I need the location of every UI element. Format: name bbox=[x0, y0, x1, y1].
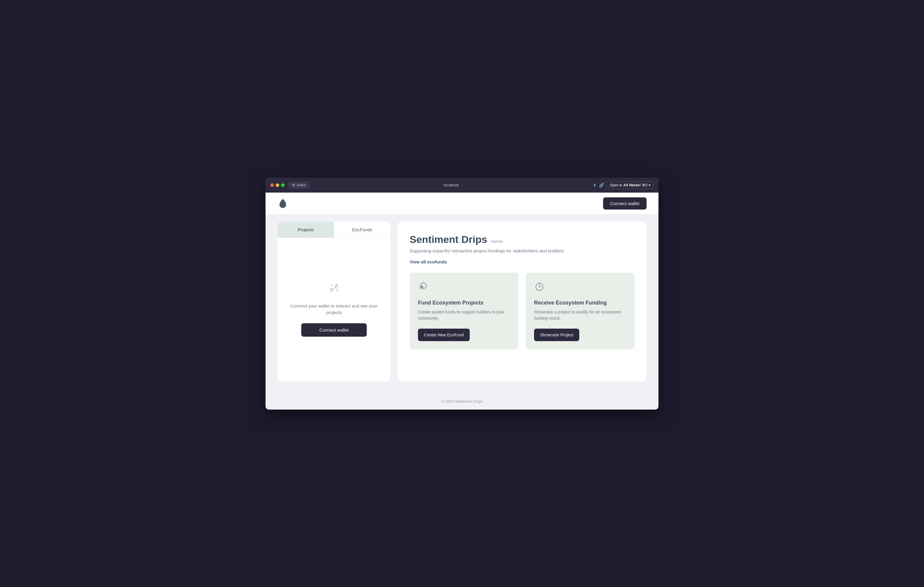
wand-icon bbox=[328, 282, 340, 297]
receive-card-title: Receive Ecosystem Funding bbox=[534, 300, 626, 306]
traffic-lights bbox=[270, 183, 285, 187]
open-in-shortcut: ⌘0 bbox=[642, 183, 647, 187]
right-panel: Sentiment Drips Home Supporting impactfu… bbox=[398, 222, 647, 381]
tab-label: Kelvx bbox=[297, 183, 306, 187]
create-ecofund-button[interactable]: Create New EcoFund bbox=[418, 329, 470, 341]
page-title-row: Sentiment Drips Home bbox=[409, 234, 635, 245]
svg-line-3 bbox=[337, 284, 338, 285]
browser-chrome: Kelvx localhost ⬆ 🔗 Open in All Hacks! ⌘… bbox=[266, 178, 658, 193]
link-icon[interactable]: 🔗 bbox=[599, 183, 604, 188]
footer: © 2023 Sentiment Drips bbox=[266, 393, 658, 410]
open-in-bold: All Hacks! bbox=[623, 183, 640, 187]
close-button[interactable] bbox=[270, 183, 274, 187]
page-subtitle: Supporting impactful retroactive project… bbox=[409, 248, 635, 253]
logo bbox=[277, 198, 288, 209]
svg-point-4 bbox=[332, 285, 333, 286]
tab-projects[interactable]: Projects bbox=[277, 222, 334, 237]
page-breadcrumb: Home bbox=[491, 239, 503, 244]
open-in-text: Open in bbox=[610, 183, 622, 187]
main-content: Projects EocFunds bbox=[266, 214, 658, 393]
svg-point-5 bbox=[337, 290, 337, 290]
browser-tab[interactable]: Kelvx bbox=[288, 181, 309, 189]
app-header: Connect wallet bbox=[266, 193, 658, 214]
footer-text: © 2023 Sentiment Drips bbox=[441, 399, 483, 404]
fund-card-title: Fund Ecosystem Projects bbox=[418, 300, 510, 306]
feature-cards: Fund Ecosystem Projects Create pooled fu… bbox=[409, 273, 635, 350]
showcase-project-button[interactable]: Showcase Project bbox=[534, 329, 579, 341]
svg-line-1 bbox=[337, 285, 338, 286]
fund-card-desc: Create pooled funds to support builders … bbox=[418, 309, 510, 322]
chevron-down-icon: ▾ bbox=[648, 183, 650, 187]
address-bar[interactable]: localhost bbox=[313, 183, 589, 187]
rocket-icon bbox=[418, 281, 510, 294]
svg-line-9 bbox=[420, 288, 422, 289]
logo-icon bbox=[277, 198, 288, 209]
fund-ecosystem-card: Fund Ecosystem Projects Create pooled fu… bbox=[409, 273, 518, 350]
svg-line-10 bbox=[420, 287, 421, 288]
wallet-prompt: Connect your wallet to interact and see … bbox=[286, 303, 382, 316]
left-panel: Projects EocFunds bbox=[277, 222, 391, 381]
connect-wallet-header-button[interactable]: Connect wallet bbox=[603, 197, 647, 209]
receive-funding-card: Receive Ecosystem Funding Showcase a pro… bbox=[526, 273, 635, 350]
connect-wallet-main-button[interactable]: Connect wallet bbox=[301, 323, 367, 337]
maximize-button[interactable] bbox=[281, 183, 285, 187]
browser-window: Kelvx localhost ⬆ 🔗 Open in All Hacks! ⌘… bbox=[266, 178, 658, 410]
svg-line-2 bbox=[335, 285, 337, 286]
page-title: Sentiment Drips bbox=[409, 234, 487, 245]
left-panel-body: Connect your wallet to interact and see … bbox=[277, 238, 391, 381]
open-in-button[interactable]: Open in All Hacks! ⌘0 ▾ bbox=[606, 181, 654, 189]
app-container: Connect wallet Projects EocFunds bbox=[266, 193, 658, 410]
view-all-ecofunds-link[interactable]: View all ecofunds bbox=[409, 259, 447, 264]
receive-card-desc: Showcase a project to qualify for an eco… bbox=[534, 309, 626, 322]
tabs-row: Projects EocFunds bbox=[277, 222, 391, 238]
tab-favicon bbox=[292, 183, 295, 187]
timer-icon bbox=[534, 281, 626, 294]
share-icon[interactable]: ⬆ bbox=[593, 183, 597, 188]
svg-point-7 bbox=[337, 287, 338, 288]
tab-ecofunds[interactable]: EocFunds bbox=[334, 222, 391, 237]
browser-actions: ⬆ 🔗 Open in All Hacks! ⌘0 ▾ bbox=[593, 181, 654, 189]
svg-point-6 bbox=[331, 289, 332, 289]
minimize-button[interactable] bbox=[276, 183, 279, 187]
